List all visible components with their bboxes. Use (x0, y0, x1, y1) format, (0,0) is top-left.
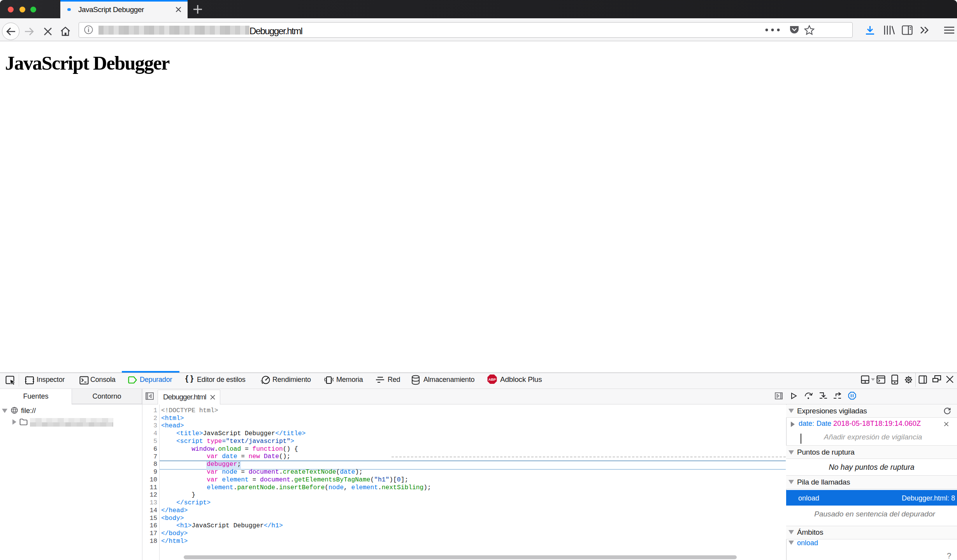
svg-text:ABP: ABP (488, 378, 496, 382)
